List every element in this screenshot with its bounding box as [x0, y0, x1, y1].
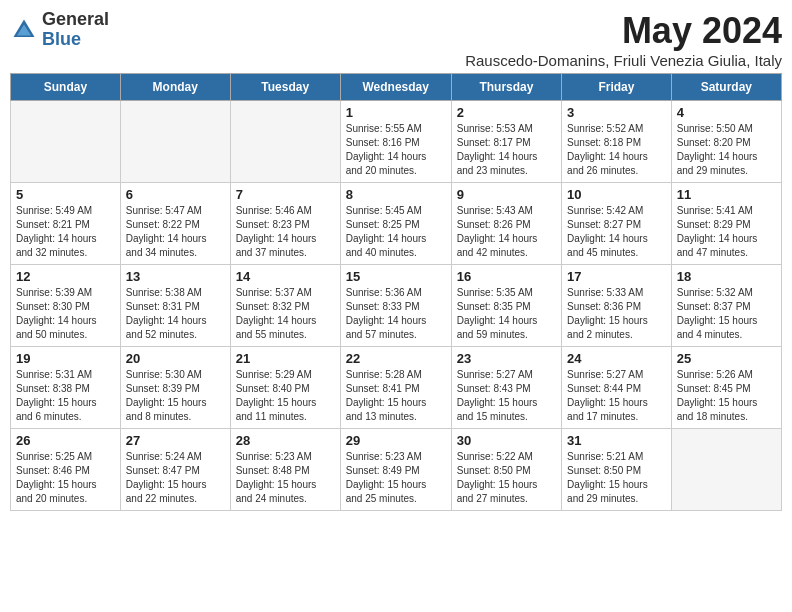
calendar-cell: [120, 101, 230, 183]
day-number: 15: [346, 269, 446, 284]
day-info: Sunrise: 5:32 AM Sunset: 8:37 PM Dayligh…: [677, 286, 776, 342]
day-info: Sunrise: 5:38 AM Sunset: 8:31 PM Dayligh…: [126, 286, 225, 342]
day-info: Sunrise: 5:25 AM Sunset: 8:46 PM Dayligh…: [16, 450, 115, 506]
location-title: Rauscedo-Domanins, Friuli Venezia Giulia…: [465, 52, 782, 69]
day-info: Sunrise: 5:43 AM Sunset: 8:26 PM Dayligh…: [457, 204, 556, 260]
calendar-cell: [11, 101, 121, 183]
day-info: Sunrise: 5:31 AM Sunset: 8:38 PM Dayligh…: [16, 368, 115, 424]
calendar-cell: 11Sunrise: 5:41 AM Sunset: 8:29 PM Dayli…: [671, 183, 781, 265]
calendar-cell: 12Sunrise: 5:39 AM Sunset: 8:30 PM Dayli…: [11, 265, 121, 347]
calendar-cell: 5Sunrise: 5:49 AM Sunset: 8:21 PM Daylig…: [11, 183, 121, 265]
week-row-5: 26Sunrise: 5:25 AM Sunset: 8:46 PM Dayli…: [11, 429, 782, 511]
day-info: Sunrise: 5:39 AM Sunset: 8:30 PM Dayligh…: [16, 286, 115, 342]
logo-blue-text: Blue: [42, 30, 109, 50]
calendar-cell: 17Sunrise: 5:33 AM Sunset: 8:36 PM Dayli…: [562, 265, 672, 347]
calendar-table: SundayMondayTuesdayWednesdayThursdayFrid…: [10, 73, 782, 511]
day-info: Sunrise: 5:45 AM Sunset: 8:25 PM Dayligh…: [346, 204, 446, 260]
logo: General Blue: [10, 10, 109, 50]
calendar-cell: 9Sunrise: 5:43 AM Sunset: 8:26 PM Daylig…: [451, 183, 561, 265]
calendar-cell: 22Sunrise: 5:28 AM Sunset: 8:41 PM Dayli…: [340, 347, 451, 429]
day-info: Sunrise: 5:47 AM Sunset: 8:22 PM Dayligh…: [126, 204, 225, 260]
calendar-cell: 10Sunrise: 5:42 AM Sunset: 8:27 PM Dayli…: [562, 183, 672, 265]
day-header-sunday: Sunday: [11, 74, 121, 101]
day-number: 27: [126, 433, 225, 448]
day-number: 19: [16, 351, 115, 366]
calendar-cell: [671, 429, 781, 511]
logo-general-text: General: [42, 10, 109, 30]
day-number: 1: [346, 105, 446, 120]
day-number: 6: [126, 187, 225, 202]
calendar-cell: 3Sunrise: 5:52 AM Sunset: 8:18 PM Daylig…: [562, 101, 672, 183]
day-number: 14: [236, 269, 335, 284]
calendar-cell: 15Sunrise: 5:36 AM Sunset: 8:33 PM Dayli…: [340, 265, 451, 347]
day-info: Sunrise: 5:52 AM Sunset: 8:18 PM Dayligh…: [567, 122, 666, 178]
day-number: 7: [236, 187, 335, 202]
day-info: Sunrise: 5:49 AM Sunset: 8:21 PM Dayligh…: [16, 204, 115, 260]
day-number: 23: [457, 351, 556, 366]
calendar-cell: 19Sunrise: 5:31 AM Sunset: 8:38 PM Dayli…: [11, 347, 121, 429]
calendar-cell: 13Sunrise: 5:38 AM Sunset: 8:31 PM Dayli…: [120, 265, 230, 347]
week-row-4: 19Sunrise: 5:31 AM Sunset: 8:38 PM Dayli…: [11, 347, 782, 429]
calendar-cell: 14Sunrise: 5:37 AM Sunset: 8:32 PM Dayli…: [230, 265, 340, 347]
calendar-cell: 8Sunrise: 5:45 AM Sunset: 8:25 PM Daylig…: [340, 183, 451, 265]
calendar-cell: 27Sunrise: 5:24 AM Sunset: 8:47 PM Dayli…: [120, 429, 230, 511]
day-number: 10: [567, 187, 666, 202]
day-number: 9: [457, 187, 556, 202]
day-info: Sunrise: 5:30 AM Sunset: 8:39 PM Dayligh…: [126, 368, 225, 424]
day-number: 13: [126, 269, 225, 284]
calendar-cell: 18Sunrise: 5:32 AM Sunset: 8:37 PM Dayli…: [671, 265, 781, 347]
day-header-tuesday: Tuesday: [230, 74, 340, 101]
day-info: Sunrise: 5:27 AM Sunset: 8:43 PM Dayligh…: [457, 368, 556, 424]
title-block: May 2024 Rauscedo-Domanins, Friuli Venez…: [465, 10, 782, 69]
day-header-thursday: Thursday: [451, 74, 561, 101]
day-number: 5: [16, 187, 115, 202]
day-info: Sunrise: 5:28 AM Sunset: 8:41 PM Dayligh…: [346, 368, 446, 424]
day-number: 8: [346, 187, 446, 202]
day-info: Sunrise: 5:24 AM Sunset: 8:47 PM Dayligh…: [126, 450, 225, 506]
calendar-cell: 25Sunrise: 5:26 AM Sunset: 8:45 PM Dayli…: [671, 347, 781, 429]
calendar-cell: 2Sunrise: 5:53 AM Sunset: 8:17 PM Daylig…: [451, 101, 561, 183]
day-info: Sunrise: 5:36 AM Sunset: 8:33 PM Dayligh…: [346, 286, 446, 342]
day-number: 11: [677, 187, 776, 202]
day-number: 26: [16, 433, 115, 448]
calendar-cell: [230, 101, 340, 183]
day-number: 17: [567, 269, 666, 284]
day-info: Sunrise: 5:42 AM Sunset: 8:27 PM Dayligh…: [567, 204, 666, 260]
calendar-cell: 29Sunrise: 5:23 AM Sunset: 8:49 PM Dayli…: [340, 429, 451, 511]
logo-icon: [10, 16, 38, 44]
month-title: May 2024: [465, 10, 782, 52]
day-number: 21: [236, 351, 335, 366]
day-info: Sunrise: 5:26 AM Sunset: 8:45 PM Dayligh…: [677, 368, 776, 424]
day-number: 2: [457, 105, 556, 120]
day-number: 18: [677, 269, 776, 284]
day-info: Sunrise: 5:33 AM Sunset: 8:36 PM Dayligh…: [567, 286, 666, 342]
calendar-cell: 28Sunrise: 5:23 AM Sunset: 8:48 PM Dayli…: [230, 429, 340, 511]
day-number: 22: [346, 351, 446, 366]
day-number: 24: [567, 351, 666, 366]
day-info: Sunrise: 5:55 AM Sunset: 8:16 PM Dayligh…: [346, 122, 446, 178]
calendar-cell: 24Sunrise: 5:27 AM Sunset: 8:44 PM Dayli…: [562, 347, 672, 429]
calendar-cell: 4Sunrise: 5:50 AM Sunset: 8:20 PM Daylig…: [671, 101, 781, 183]
calendar-cell: 20Sunrise: 5:30 AM Sunset: 8:39 PM Dayli…: [120, 347, 230, 429]
calendar-header-row: SundayMondayTuesdayWednesdayThursdayFrid…: [11, 74, 782, 101]
day-header-saturday: Saturday: [671, 74, 781, 101]
day-number: 12: [16, 269, 115, 284]
calendar-cell: 6Sunrise: 5:47 AM Sunset: 8:22 PM Daylig…: [120, 183, 230, 265]
day-info: Sunrise: 5:23 AM Sunset: 8:49 PM Dayligh…: [346, 450, 446, 506]
calendar-cell: 16Sunrise: 5:35 AM Sunset: 8:35 PM Dayli…: [451, 265, 561, 347]
day-number: 20: [126, 351, 225, 366]
week-row-3: 12Sunrise: 5:39 AM Sunset: 8:30 PM Dayli…: [11, 265, 782, 347]
day-header-friday: Friday: [562, 74, 672, 101]
calendar-cell: 30Sunrise: 5:22 AM Sunset: 8:50 PM Dayli…: [451, 429, 561, 511]
calendar-cell: 7Sunrise: 5:46 AM Sunset: 8:23 PM Daylig…: [230, 183, 340, 265]
calendar-cell: 23Sunrise: 5:27 AM Sunset: 8:43 PM Dayli…: [451, 347, 561, 429]
day-header-wednesday: Wednesday: [340, 74, 451, 101]
day-info: Sunrise: 5:29 AM Sunset: 8:40 PM Dayligh…: [236, 368, 335, 424]
day-info: Sunrise: 5:53 AM Sunset: 8:17 PM Dayligh…: [457, 122, 556, 178]
day-info: Sunrise: 5:21 AM Sunset: 8:50 PM Dayligh…: [567, 450, 666, 506]
day-number: 31: [567, 433, 666, 448]
day-number: 29: [346, 433, 446, 448]
calendar-cell: 31Sunrise: 5:21 AM Sunset: 8:50 PM Dayli…: [562, 429, 672, 511]
day-info: Sunrise: 5:50 AM Sunset: 8:20 PM Dayligh…: [677, 122, 776, 178]
day-info: Sunrise: 5:35 AM Sunset: 8:35 PM Dayligh…: [457, 286, 556, 342]
